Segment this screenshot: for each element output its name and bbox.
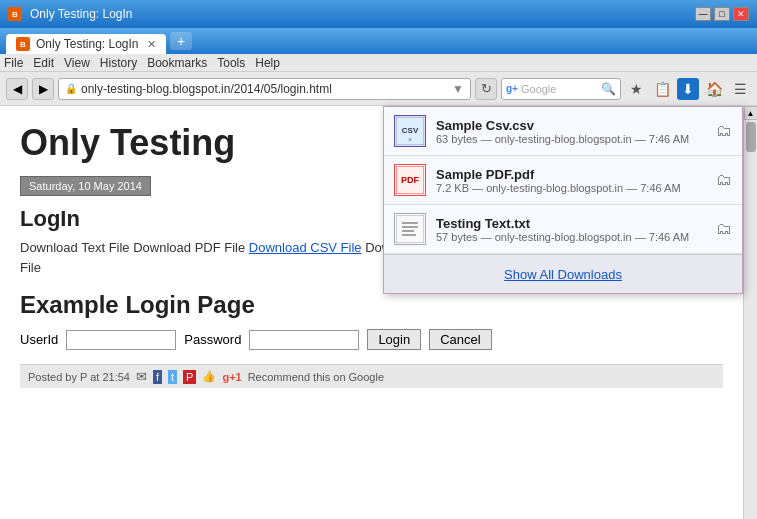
facebook-share-icon[interactable]: f <box>153 370 162 384</box>
tab-bar: B Only Testing: LogIn ✕ + <box>0 28 757 54</box>
login-button[interactable]: Login <box>367 329 421 350</box>
download-file-label: File <box>20 260 41 275</box>
menu-icon[interactable]: ☰ <box>729 78 751 100</box>
title-bar: B Only Testing: LogIn — □ ✕ <box>0 0 757 28</box>
menu-bar: File Edit View History Bookmarks Tools H… <box>0 54 757 72</box>
tab-favicon: B <box>16 37 30 51</box>
menu-help[interactable]: Help <box>255 56 280 70</box>
new-tab-button[interactable]: + <box>170 32 192 50</box>
recommend-text: Recommend this on Google <box>248 371 384 383</box>
menu-file[interactable]: File <box>4 56 23 70</box>
bookmark-list-icon[interactable]: 📋 <box>651 78 673 100</box>
csv-filename: Sample Csv.csv <box>436 118 706 133</box>
home-icon[interactable]: 🏠 <box>703 78 725 100</box>
window-controls: — □ ✕ <box>695 7 749 21</box>
svg-rect-5 <box>396 215 424 243</box>
show-all-bar: Show All Downloads <box>384 254 742 293</box>
search-bar[interactable]: g+ Google 🔍 <box>501 78 621 100</box>
address-bar[interactable]: 🔒 only-testing-blog.blogspot.in/2014/05/… <box>58 78 471 100</box>
cancel-button[interactable]: Cancel <box>429 329 491 350</box>
date-badge: Saturday, 10 May 2014 <box>20 176 151 196</box>
download-item-pdf: PDF Sample PDF.pdf 7.2 KB — only-testing… <box>384 156 742 205</box>
address-text: only-testing-blog.blogspot.in/2014/05/lo… <box>81 82 332 96</box>
txt-download-info: Testing Text.txt 57 bytes — only-testing… <box>436 216 706 243</box>
facebook-like-icon[interactable]: 👍 <box>202 370 216 383</box>
scroll-up-arrow[interactable]: ▲ <box>744 106 758 120</box>
download-item-csv: CSV a Sample Csv.csv 63 bytes — only-tes… <box>384 107 742 156</box>
download-pdf-label: Download PDF File <box>133 240 245 255</box>
active-tab[interactable]: B Only Testing: LogIn ✕ <box>6 34 166 54</box>
refresh-button[interactable]: ↻ <box>475 78 497 100</box>
txt-folder-icon[interactable]: 🗂 <box>716 220 732 238</box>
twitter-share-icon[interactable]: t <box>168 370 177 384</box>
download-nav-icon[interactable]: ⬇ <box>677 78 699 100</box>
downloads-panel: CSV a Sample Csv.csv 63 bytes — only-tes… <box>383 106 743 294</box>
txt-file-icon <box>394 213 426 245</box>
nav-action-icons: ★ 📋 ⬇ 🏠 ☰ <box>625 78 751 100</box>
page-content: Only Testing Saturday, 10 May 2014 LogIn… <box>0 106 757 519</box>
menu-history[interactable]: History <box>100 56 137 70</box>
password-label: Password <box>184 332 241 347</box>
pdf-file-icon: PDF <box>394 164 426 196</box>
svg-text:PDF: PDF <box>401 175 420 185</box>
menu-bookmarks[interactable]: Bookmarks <box>147 56 207 70</box>
pdf-filename: Sample PDF.pdf <box>436 167 706 182</box>
security-icon: 🔒 <box>65 83 77 94</box>
address-dropdown-icon[interactable]: ▼ <box>452 82 464 96</box>
close-button[interactable]: ✕ <box>733 7 749 21</box>
example-login-title: Example Login Page <box>20 291 723 319</box>
scrollbar[interactable]: ▲ ▼ <box>743 106 757 519</box>
userid-label: UserId <box>20 332 58 347</box>
pdf-folder-icon[interactable]: 🗂 <box>716 171 732 189</box>
menu-edit[interactable]: Edit <box>33 56 54 70</box>
csv-file-icon: CSV a <box>394 115 426 147</box>
txt-meta: 57 bytes — only-testing-blog.blogspot.in… <box>436 231 706 243</box>
show-all-downloads-link[interactable]: Show All Downloads <box>504 267 622 282</box>
pdf-meta: 7.2 KB — only-testing-blog.blogspot.in —… <box>436 182 706 194</box>
posted-by-text: Posted by P at 21:54 <box>28 371 130 383</box>
login-form-row: UserId Password Login Cancel <box>20 329 723 350</box>
menu-tools[interactable]: Tools <box>217 56 245 70</box>
search-placeholder: Google <box>521 83 556 95</box>
svg-text:CSV: CSV <box>402 126 419 135</box>
search-submit-icon[interactable]: 🔍 <box>601 82 616 96</box>
csv-folder-icon[interactable]: 🗂 <box>716 122 732 140</box>
userid-input[interactable] <box>66 330 176 350</box>
csv-download-info: Sample Csv.csv 63 bytes — only-testing-b… <box>436 118 706 145</box>
txt-filename: Testing Text.txt <box>436 216 706 231</box>
minimize-button[interactable]: — <box>695 7 711 21</box>
nav-bar: ◀ ▶ 🔒 only-testing-blog.blogspot.in/2014… <box>0 72 757 106</box>
tab-close-button[interactable]: ✕ <box>147 38 156 51</box>
maximize-button[interactable]: □ <box>714 7 730 21</box>
menu-view[interactable]: View <box>64 56 90 70</box>
pdf-download-info: Sample PDF.pdf 7.2 KB — only-testing-blo… <box>436 167 706 194</box>
app-icon: B <box>8 7 22 21</box>
download-text-link-label: Download Text File <box>20 240 130 255</box>
footer-bar: Posted by P at 21:54 ✉ f t P 👍 g+1 Recom… <box>20 364 723 388</box>
csv-meta: 63 bytes — only-testing-blog.blogspot.in… <box>436 133 706 145</box>
download-csv-link[interactable]: Download CSV File <box>249 240 362 255</box>
download-item-txt: Testing Text.txt 57 bytes — only-testing… <box>384 205 742 254</box>
google-search-icon: g+ <box>506 83 518 94</box>
tab-label: Only Testing: LogIn <box>36 37 139 51</box>
pinterest-share-icon[interactable]: P <box>183 370 196 384</box>
password-input[interactable] <box>249 330 359 350</box>
email-icon[interactable]: ✉ <box>136 369 147 384</box>
scroll-thumb[interactable] <box>746 122 756 152</box>
window-title: Only Testing: LogIn <box>30 7 133 21</box>
googleplus-button[interactable]: g+1 <box>222 371 241 383</box>
bookmark-star-icon[interactable]: ★ <box>625 78 647 100</box>
back-button[interactable]: ◀ <box>6 78 28 100</box>
forward-button[interactable]: ▶ <box>32 78 54 100</box>
